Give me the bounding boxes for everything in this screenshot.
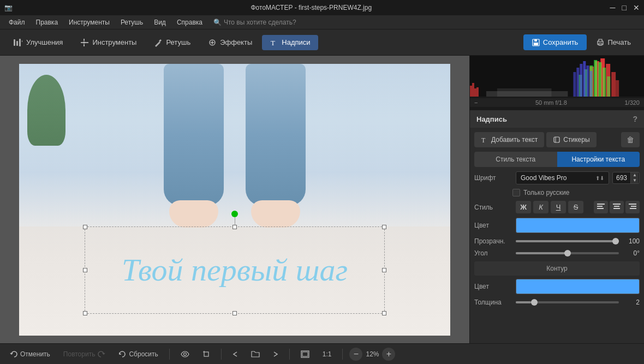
maximize-button[interactable]: □ <box>622 3 627 12</box>
svg-rect-33 <box>607 76 610 97</box>
menu-tools[interactable]: Инструменты <box>64 17 114 27</box>
svg-rect-25 <box>611 72 616 97</box>
menu-edit[interactable]: Правка <box>32 17 63 27</box>
menu-file[interactable]: Файл <box>4 17 29 27</box>
handle-top-left[interactable] <box>83 225 87 229</box>
zoom-value: 12% <box>366 350 379 358</box>
fit-button[interactable] <box>296 348 314 360</box>
undo-icon <box>10 350 17 358</box>
print-button[interactable]: Печать <box>589 34 639 50</box>
retouch-button[interactable]: Ретушь <box>146 35 198 50</box>
outline-thickness-slider-track[interactable] <box>516 301 619 303</box>
plant-decoration <box>27 75 65 146</box>
help-button[interactable]: ? <box>633 115 637 123</box>
redo-button[interactable]: Повторить <box>59 348 110 360</box>
align-left-button[interactable] <box>594 201 608 213</box>
angle-slider-thumb[interactable] <box>564 250 571 256</box>
handle-bottom-center[interactable] <box>232 311 237 315</box>
handle-bottom-left[interactable] <box>83 311 87 315</box>
font-selector[interactable]: Good Vibes Pro ⬆⬇ <box>516 171 609 184</box>
tab-text-settings[interactable]: Настройки текста <box>557 152 640 167</box>
text-selection-box[interactable]: Твой первый шаг <box>85 226 385 314</box>
canvas-image[interactable]: Твой первый шаг <box>19 64 450 336</box>
close-button[interactable]: ✕ <box>633 3 640 12</box>
histogram-chart <box>470 56 644 97</box>
font-size-down[interactable]: ▼ <box>631 178 639 183</box>
search-bar[interactable]: 🔍 Что вы хотите сделать? <box>213 19 296 26</box>
font-size-input[interactable] <box>613 172 630 183</box>
handle-middle-left[interactable] <box>83 268 87 272</box>
handle-bottom-right[interactable] <box>382 311 386 315</box>
svg-rect-36 <box>580 64 582 97</box>
menu-view[interactable]: Вид <box>150 17 170 27</box>
svg-rect-49 <box>614 206 619 207</box>
opacity-slider-fill <box>516 240 619 242</box>
menu-retouch[interactable]: Ретушь <box>116 17 147 27</box>
panel-header: Надпись ? <box>470 110 644 128</box>
opacity-label: Прозрачн. <box>474 237 512 245</box>
svg-rect-1 <box>16 41 18 46</box>
font-size-arrows: ▲ ▼ <box>630 172 639 183</box>
eye-icon <box>181 351 189 357</box>
minimize-button[interactable]: ─ <box>610 3 616 12</box>
tools-button[interactable]: Инструменты <box>73 35 144 50</box>
handle-middle-right[interactable] <box>382 268 386 272</box>
captions-icon: T <box>270 38 278 47</box>
outline-color-row: Цвет <box>474 279 640 294</box>
pivot-handle[interactable] <box>231 211 238 217</box>
italic-button[interactable]: К <box>533 201 548 213</box>
titlebar-controls[interactable]: ─ □ ✕ <box>610 3 640 12</box>
crop-button[interactable] <box>198 348 214 360</box>
save-button[interactable]: Сохранить <box>523 34 587 50</box>
handle-top-right[interactable] <box>382 225 386 229</box>
font-size-up[interactable]: ▲ <box>631 172 639 178</box>
undo-button[interactable]: Отменить <box>5 348 55 360</box>
svg-rect-39 <box>589 71 592 97</box>
opacity-slider-track[interactable] <box>516 240 619 242</box>
preview-button[interactable] <box>176 349 194 360</box>
delete-text-button[interactable]: 🗑 <box>621 132 640 147</box>
align-right-button[interactable] <box>625 201 640 213</box>
improvements-button[interactable]: Улучшения <box>5 35 70 50</box>
next-button[interactable] <box>269 349 283 360</box>
strikethrough-button[interactable]: S <box>568 201 583 213</box>
menu-help[interactable]: Справка <box>172 17 207 27</box>
outline-color-label: Цвет <box>474 283 512 290</box>
only-russian-checkbox[interactable] <box>512 189 520 196</box>
separator-3 <box>289 349 290 360</box>
outline-thickness-thumb[interactable] <box>531 299 538 306</box>
reset-button[interactable]: Сбросить <box>114 348 162 360</box>
font-size-box[interactable]: ▲ ▼ <box>612 172 640 184</box>
captions-button[interactable]: T Надписи <box>262 35 318 50</box>
folder-button[interactable] <box>247 348 264 360</box>
tab-text-style[interactable]: Стиль текста <box>474 152 557 167</box>
align-left-icon <box>597 203 605 210</box>
align-right-icon <box>629 203 636 210</box>
panel-tabs: T Добавить текст Стикеры 🗑 <box>470 128 644 147</box>
add-text-button[interactable]: T Добавить текст <box>474 132 544 147</box>
right-panel: − 50 mm f/1.8 1/320 Надпись ? T Добавить… <box>469 56 644 343</box>
underline-button[interactable]: Ч <box>551 201 566 213</box>
ratio-button[interactable]: 1:1 <box>318 348 336 360</box>
zoom-in-button[interactable]: + <box>382 348 395 361</box>
canvas-text-element[interactable]: Твой первый шаг <box>122 252 348 288</box>
search-icon: 🔍 <box>213 19 222 26</box>
foot-right <box>251 200 300 228</box>
prev-button[interactable] <box>228 349 242 360</box>
svg-rect-37 <box>583 61 586 97</box>
svg-rect-26 <box>616 80 619 97</box>
angle-slider-track[interactable] <box>516 252 619 254</box>
svg-rect-34 <box>573 72 576 97</box>
color-label: Цвет <box>474 222 512 229</box>
handle-top-center[interactable] <box>232 225 237 229</box>
effects-button[interactable]: Эффекты <box>200 35 260 50</box>
color-swatch[interactable] <box>516 218 640 233</box>
outline-color-swatch[interactable] <box>516 279 640 294</box>
svg-rect-55 <box>204 352 208 356</box>
canvas-area[interactable]: Твой первый шаг <box>0 56 469 343</box>
opacity-slider-thumb[interactable] <box>612 238 619 244</box>
bold-button[interactable]: Ж <box>516 201 531 213</box>
stickers-button[interactable]: Стикеры <box>546 132 596 147</box>
zoom-out-button[interactable]: − <box>349 348 362 361</box>
align-center-button[interactable] <box>610 201 624 213</box>
